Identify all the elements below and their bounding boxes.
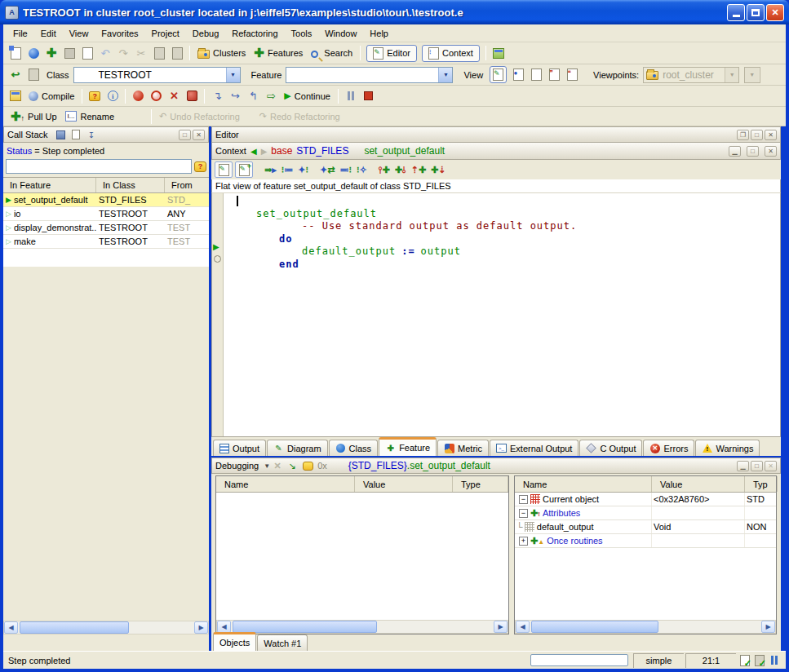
- scroll-thumb[interactable]: [20, 621, 129, 634]
- edit-feature-icon[interactable]: ✎: [215, 161, 233, 178]
- editor-close-icon[interactable]: ✕: [765, 130, 777, 140]
- context-toggle-button[interactable]: ⁝ Context: [422, 45, 480, 62]
- objects-col-name[interactable]: Name: [515, 476, 652, 492]
- step-out-icon[interactable]: ↰: [246, 89, 260, 104]
- object-tree-row[interactable]: −✚!Attributes: [515, 506, 776, 520]
- col-in-feature[interactable]: In Feature: [3, 178, 96, 192]
- implementers-view-icon[interactable]: ✦⇄: [320, 165, 335, 175]
- debugging-minimize-icon[interactable]: ▁: [737, 461, 749, 471]
- watch-col-type[interactable]: Type: [453, 476, 508, 492]
- tab-c-output[interactable]: C Output: [579, 440, 642, 456]
- editor-float-icon[interactable]: ❐: [737, 130, 749, 140]
- add-icon[interactable]: ✚: [44, 46, 59, 60]
- watch-hscrollbar[interactable]: ◀ ▶: [216, 620, 508, 634]
- col-from[interactable]: From: [165, 178, 209, 192]
- interface-view-icon[interactable]: ❝: [565, 68, 579, 82]
- collapse-icon[interactable]: −: [519, 495, 528, 504]
- objects-hscrollbar[interactable]: ◀ ▶: [515, 620, 776, 634]
- stack-depth-input[interactable]: [6, 159, 192, 174]
- feature-combo-arrow-icon[interactable]: ▼: [438, 68, 452, 82]
- maximize-button[interactable]: [747, 4, 765, 21]
- object-tree-row[interactable]: −Current object <0x32A8760> STD: [515, 493, 776, 506]
- exception-bubble-icon[interactable]: ?: [194, 161, 206, 172]
- scroll-right-icon[interactable]: ▶: [494, 621, 508, 633]
- stop-icon[interactable]: [361, 89, 376, 104]
- tab-diagram[interactable]: ✎Diagram: [267, 440, 328, 456]
- breakpoint-slot-icon[interactable]: [214, 255, 221, 263]
- tab-errors[interactable]: ✕Errors: [643, 440, 694, 456]
- save-all-icon[interactable]: [80, 46, 95, 60]
- call-stack-copy-icon[interactable]: [70, 129, 82, 141]
- context-close-icon[interactable]: ✕: [765, 146, 777, 157]
- call-stack-header-row[interactable]: In Feature In Class From: [3, 178, 209, 193]
- ancestors-view-icon[interactable]: ⫯✚: [379, 165, 390, 175]
- breakpoints-window-icon[interactable]: [184, 89, 199, 104]
- open-icon[interactable]: [26, 46, 41, 60]
- project-saved-icon[interactable]: [753, 654, 766, 666]
- breadcrumb-class[interactable]: STD_FILES: [296, 145, 348, 157]
- edit-feature-new-icon[interactable]: ✎+: [235, 161, 253, 178]
- editor-maximize-icon[interactable]: □: [751, 130, 763, 140]
- call-stack-row[interactable]: ▶set_output_default STD_FILES STD_: [3, 193, 209, 207]
- menu-edit[interactable]: Edit: [34, 26, 63, 41]
- query-bubble-icon[interactable]: [301, 458, 314, 473]
- call-stack-close-icon[interactable]: ✕: [193, 130, 205, 140]
- step-into-icon[interactable]: ↴: [210, 89, 224, 104]
- object-tree-row[interactable]: +✚▲Once routines: [515, 534, 776, 548]
- scroll-left-icon[interactable]: ◀: [516, 621, 530, 633]
- debugging-dropdown-icon[interactable]: ▼: [264, 462, 270, 470]
- objects-table-header[interactable]: Name Value Typ: [515, 476, 776, 493]
- breadcrumb-feature[interactable]: set_output_default: [364, 145, 445, 157]
- close-button[interactable]: ✕: [766, 4, 784, 21]
- call-stack-maximize-icon[interactable]: □: [179, 130, 191, 140]
- clusters-button[interactable]: Clusters: [193, 46, 250, 60]
- tab-output[interactable]: Output: [213, 440, 266, 456]
- tab-watch-1[interactable]: Watch #1: [257, 634, 308, 651]
- search-button[interactable]: Search: [307, 46, 357, 60]
- menu-favorites[interactable]: Favorites: [95, 26, 144, 41]
- code-area[interactable]: set_output_default -- Use standard outpu…: [224, 193, 780, 436]
- tab-warnings[interactable]: !Warnings: [695, 440, 760, 456]
- run-to-cursor-icon[interactable]: ⇨: [264, 89, 278, 104]
- tab-objects[interactable]: Objects: [213, 632, 256, 651]
- new-document-icon[interactable]: [8, 46, 23, 60]
- tab-class[interactable]: Class: [329, 440, 379, 456]
- code-editor[interactable]: ▶ set_output_default -- Use standard out…: [211, 192, 781, 437]
- menu-project[interactable]: Project: [145, 26, 186, 41]
- col-in-class[interactable]: In Class: [96, 178, 165, 192]
- ignore-contract-violation-icon[interactable]: ?: [87, 89, 102, 104]
- descendants-view-icon[interactable]: ✚⫰: [395, 165, 406, 175]
- expand-icon[interactable]: +: [519, 537, 528, 546]
- enable-breakpoints-icon[interactable]: [131, 89, 145, 104]
- watch-table-header[interactable]: Name Value Type: [216, 476, 508, 493]
- editor-toggle-button[interactable]: ✎ Editor: [366, 45, 417, 62]
- contract-view-icon[interactable]: ❞: [547, 68, 561, 82]
- call-stack-save-icon[interactable]: [55, 129, 67, 141]
- pause-icon[interactable]: [344, 89, 358, 104]
- call-stack-import-icon[interactable]: ↧: [86, 129, 98, 141]
- menu-help[interactable]: Help: [363, 26, 395, 41]
- objects-col-value[interactable]: Value: [652, 476, 745, 492]
- objects-col-type[interactable]: Typ: [745, 476, 778, 492]
- call-stack-hscrollbar[interactable]: ◀ ▶: [3, 621, 209, 634]
- scroll-right-icon[interactable]: ▶: [761, 621, 775, 633]
- title-bar[interactable]: A TESTROOT in cluster root_cluster locat…: [0, 0, 789, 24]
- scroll-left-icon[interactable]: ◀: [4, 621, 18, 634]
- watch-col-value[interactable]: Value: [355, 476, 453, 492]
- external-commands-icon[interactable]: [491, 46, 506, 60]
- back-icon[interactable]: ↩: [8, 68, 23, 82]
- editor-gutter[interactable]: ▶: [212, 193, 224, 436]
- app-icon[interactable]: A: [5, 6, 19, 20]
- menu-refactoring[interactable]: Refactoring: [225, 26, 284, 41]
- go-to-feature-icon[interactable]: ⇛▸: [264, 165, 277, 175]
- class-combo-arrow-icon[interactable]: ▼: [226, 68, 240, 82]
- call-stack-row[interactable]: ▷make TESTROOT TEST: [3, 235, 209, 249]
- callers-view-icon[interactable]: ⇡✚: [411, 165, 426, 175]
- homonyms-view-icon[interactable]: ⁝✧: [357, 165, 367, 175]
- feature-combo[interactable]: ▼: [286, 67, 453, 83]
- attach-icon[interactable]: ↘: [286, 458, 298, 473]
- scroll-right-icon[interactable]: ▶: [194, 621, 208, 634]
- flat-view-icon[interactable]: [529, 68, 543, 82]
- step-over-icon[interactable]: ↪: [228, 89, 242, 104]
- callees-view-icon[interactable]: ✚⇣: [431, 165, 445, 175]
